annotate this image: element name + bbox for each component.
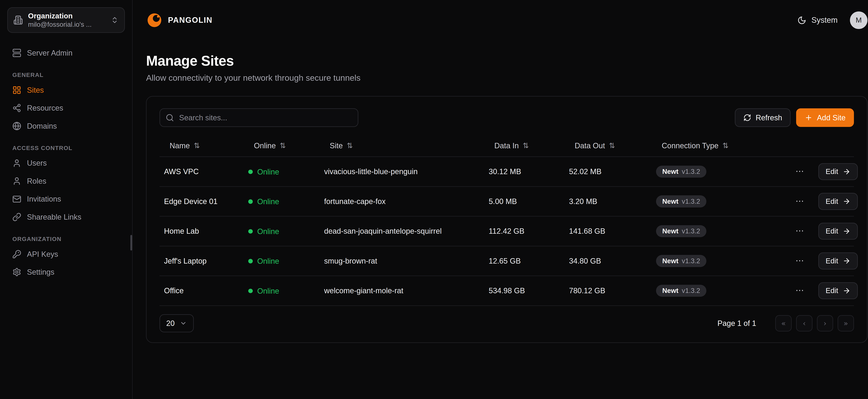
refresh-button[interactable]: Refresh <box>735 109 790 127</box>
connection-type-badge: Newtv1.3.2 <box>656 285 706 297</box>
data-out-value: 780.12 GB <box>564 276 652 306</box>
chevron-down-icon <box>180 320 187 327</box>
user-icon <box>12 177 21 186</box>
sidebar-item-sites[interactable]: Sites <box>7 81 125 99</box>
sidebar-item-resources[interactable]: Resources <box>7 99 125 117</box>
column-sort-online[interactable]: Online⇅ <box>248 141 286 150</box>
row-menu-button[interactable]: ⋯ <box>791 253 808 268</box>
brand: PANGOLIN <box>146 12 213 29</box>
topbar: PANGOLIN System M <box>146 0 867 40</box>
connection-type: Newt <box>662 168 678 175</box>
mail-icon <box>12 195 21 204</box>
org-subtitle: milo@fossorial.io's ... <box>28 21 106 28</box>
column-sort-data-out[interactable]: Data Out⇅ <box>569 141 615 150</box>
section-heading-organization: ORGANIZATION <box>12 236 125 242</box>
row-menu-button[interactable]: ⋯ <box>791 194 808 208</box>
connection-version: v1.3.2 <box>682 168 700 175</box>
sidebar-item-invitations[interactable]: Invitations <box>7 190 125 208</box>
search-input[interactable] <box>159 109 359 127</box>
edit-button[interactable]: Edit <box>818 163 858 180</box>
sidebar-item-api-keys[interactable]: API Keys <box>7 245 125 263</box>
globe-icon <box>12 122 21 130</box>
last-page-button[interactable]: » <box>838 315 854 332</box>
page-size-select[interactable]: 20 <box>159 314 194 332</box>
sidebar-item-shareable-links[interactable]: Shareable Links <box>7 208 125 226</box>
row-menu-button[interactable]: ⋯ <box>791 164 808 178</box>
search-box <box>159 109 359 127</box>
sort-icon: ⇅ <box>609 141 615 150</box>
table-row: Jeff's Laptop Online smug-brown-rat 12.6… <box>159 246 854 276</box>
next-page-button[interactable]: › <box>817 315 833 332</box>
status-label: Online <box>257 257 279 266</box>
edit-button[interactable]: Edit <box>818 223 858 240</box>
arrow-right-icon <box>843 197 850 205</box>
online-dot-icon <box>248 229 253 234</box>
column-sort-data-in[interactable]: Data In⇅ <box>489 141 529 150</box>
connection-type: Newt <box>662 257 678 265</box>
user-icon <box>12 159 21 168</box>
connection-version: v1.3.2 <box>682 287 700 295</box>
data-out-value: 52.02 MB <box>564 157 652 187</box>
theme-toggle[interactable]: System <box>797 16 838 25</box>
sidebar-item-label: Shareable Links <box>27 213 81 221</box>
status-badge: Online <box>248 167 279 176</box>
sites-card: Refresh Add Site N <box>146 96 867 343</box>
online-dot-icon <box>248 199 253 204</box>
sidebar-item-label: Users <box>27 159 47 167</box>
column-sort-connection-type[interactable]: Connection Type⇅ <box>656 141 728 150</box>
sidebar-scrollbar[interactable] <box>130 235 132 251</box>
sort-icon: ⇅ <box>523 141 529 150</box>
online-dot-icon <box>248 289 253 293</box>
prev-page-button[interactable]: ‹ <box>796 315 812 332</box>
share-icon <box>12 103 21 113</box>
sort-icon: ⇅ <box>194 141 200 150</box>
status-badge: Online <box>248 197 279 206</box>
sidebar-item-label: Server Admin <box>27 49 72 57</box>
refresh-label: Refresh <box>756 113 782 122</box>
status-label: Online <box>257 287 279 295</box>
connection-version: v1.3.2 <box>682 227 700 235</box>
edit-button[interactable]: Edit <box>818 193 858 210</box>
site-tunnel-name: dead-san-joaquin-antelope-squirrel <box>319 216 484 246</box>
org-title: Organization <box>28 12 106 20</box>
status-badge: Online <box>248 227 279 236</box>
sidebar-item-label: Sites <box>27 86 44 94</box>
table-toolbar: Refresh Add Site <box>159 109 854 127</box>
sidebar-item-server-admin[interactable]: Server Admin <box>7 44 125 62</box>
theme-label: System <box>811 16 838 25</box>
org-selector[interactable]: Organization milo@fossorial.io's ... <box>7 7 125 33</box>
sidebar-item-roles[interactable]: Roles <box>7 172 125 190</box>
sidebar-item-users[interactable]: Users <box>7 154 125 172</box>
connection-type: Newt <box>662 287 678 295</box>
column-label: Data Out <box>575 141 605 150</box>
column-sort-name[interactable]: Name⇅ <box>164 141 200 150</box>
edit-button[interactable]: Edit <box>818 252 858 269</box>
connection-type: Newt <box>662 227 678 235</box>
link-icon <box>12 213 21 221</box>
page-size-value: 20 <box>166 319 175 328</box>
table-row: Office Online welcome-giant-mole-rat 534… <box>159 276 854 306</box>
sidebar-item-settings[interactable]: Settings <box>7 263 125 281</box>
sidebar-nav: Server Admin GENERAL Sites Resources Do <box>7 44 125 281</box>
column-label: Site <box>330 141 343 150</box>
edit-button[interactable]: Edit <box>818 282 858 299</box>
sort-icon: ⇅ <box>347 141 353 150</box>
arrow-right-icon <box>843 287 850 295</box>
table-row: Home Lab Online dead-san-joaquin-antelop… <box>159 216 854 246</box>
row-menu-button[interactable]: ⋯ <box>791 283 808 298</box>
data-in-value: 534.98 GB <box>484 276 564 306</box>
first-page-button[interactable]: « <box>775 315 792 332</box>
table-row: AWS VPC Online vivacious-little-blue-pen… <box>159 157 854 187</box>
data-in-value: 5.00 MB <box>484 186 564 216</box>
add-site-button[interactable]: Add Site <box>796 109 854 127</box>
sidebar-item-domains[interactable]: Domains <box>7 117 125 135</box>
column-sort-site[interactable]: Site⇅ <box>324 141 353 150</box>
column-actions <box>786 134 854 157</box>
arrow-right-icon <box>843 257 850 265</box>
avatar[interactable]: M <box>850 11 867 29</box>
row-menu-button[interactable]: ⋯ <box>791 224 808 238</box>
edit-label: Edit <box>826 286 838 295</box>
data-in-value: 30.12 MB <box>484 157 564 187</box>
status-label: Online <box>257 227 279 236</box>
brand-name: PANGOLIN <box>168 16 213 25</box>
